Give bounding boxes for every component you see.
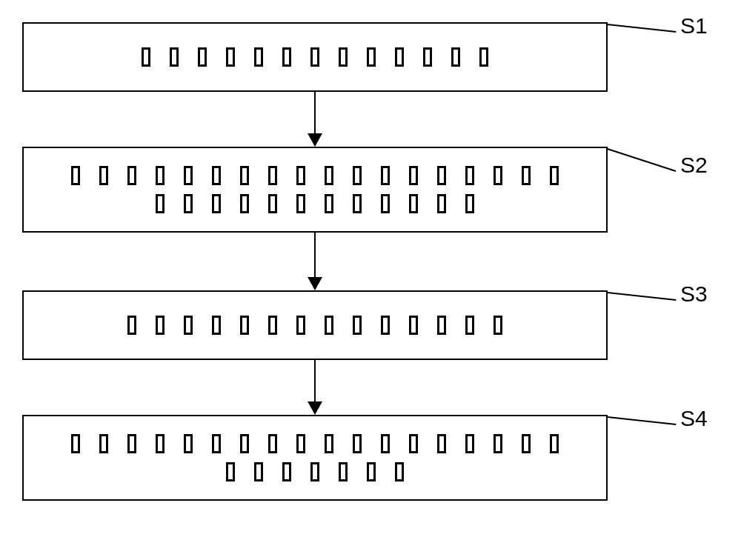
- glyph-placeholder: [395, 462, 404, 481]
- leader-line-s2: [607, 148, 676, 172]
- glyph-placeholder: [240, 316, 249, 335]
- leader-line-s3: [608, 292, 676, 301]
- glyph-placeholder: [282, 462, 291, 481]
- glyph-placeholder: [170, 47, 179, 67]
- glyph-placeholder: [142, 47, 150, 67]
- glyph-placeholder: [127, 434, 136, 453]
- glyph-placeholder: [240, 194, 249, 213]
- glyph-placeholder: [212, 434, 221, 453]
- glyph-placeholder: [367, 47, 376, 67]
- glyph-placeholder: [71, 434, 80, 453]
- glyph-placeholder: [465, 434, 474, 453]
- glyph-placeholder: [99, 434, 108, 453]
- glyph-placeholder: [325, 194, 333, 213]
- glyph-placeholder: [310, 462, 319, 481]
- glyph-placeholder: [465, 166, 474, 185]
- glyph-placeholder: [353, 194, 362, 213]
- glyph-placeholder: [494, 316, 502, 335]
- step-s2-row-2: [156, 194, 474, 213]
- step-s1-row-1: [142, 47, 488, 67]
- leader-line-s4: [608, 416, 676, 425]
- glyph-placeholder: [156, 194, 165, 213]
- glyph-placeholder: [156, 166, 165, 185]
- glyph-placeholder: [325, 166, 333, 185]
- glyph-placeholder: [282, 47, 291, 67]
- glyph-placeholder: [127, 316, 136, 335]
- glyph-placeholder: [226, 47, 235, 67]
- step-s3-row-1: [127, 316, 502, 335]
- step-box-s2: [22, 147, 608, 233]
- glyph-placeholder: [494, 166, 502, 185]
- arrow-s3-s4: [314, 360, 316, 401]
- glyph-placeholder: [156, 434, 165, 453]
- step-label-s1: S1: [680, 13, 708, 39]
- glyph-placeholder: [184, 434, 193, 453]
- step-box-s1: [22, 22, 608, 92]
- glyph-placeholder: [353, 434, 362, 453]
- glyph-placeholder: [494, 434, 502, 453]
- glyph-placeholder: [268, 434, 277, 453]
- glyph-placeholder: [254, 462, 263, 481]
- glyph-placeholder: [367, 462, 376, 481]
- glyph-placeholder: [353, 166, 362, 185]
- glyph-placeholder: [254, 47, 263, 67]
- step-s4-row-1: [71, 434, 559, 453]
- glyph-placeholder: [339, 47, 348, 67]
- step-box-s3: [22, 290, 608, 360]
- glyph-placeholder: [381, 434, 390, 453]
- glyph-placeholder: [381, 194, 390, 213]
- glyph-placeholder: [127, 166, 136, 185]
- arrow-s2-s3: [314, 233, 316, 277]
- leader-line-s1: [608, 24, 676, 33]
- glyph-placeholder: [184, 194, 193, 213]
- step-s2-row-1: [71, 166, 559, 185]
- glyph-placeholder: [99, 166, 108, 185]
- glyph-placeholder: [212, 194, 221, 213]
- arrow-s1-s2: [314, 92, 316, 133]
- glyph-placeholder: [409, 166, 418, 185]
- arrow-head-icon: [308, 133, 322, 147]
- glyph-placeholder: [550, 166, 559, 185]
- glyph-placeholder: [296, 194, 305, 213]
- glyph-placeholder: [395, 47, 404, 67]
- glyph-placeholder: [522, 434, 531, 453]
- step-box-s4: [22, 415, 608, 501]
- glyph-placeholder: [550, 434, 559, 453]
- glyph-placeholder: [381, 316, 390, 335]
- step-label-s3: S3: [680, 281, 708, 307]
- step-s4-row-2: [226, 462, 404, 481]
- glyph-placeholder: [479, 47, 488, 67]
- glyph-placeholder: [296, 166, 305, 185]
- flowchart-canvas: S1S2S3S4: [0, 0, 741, 560]
- glyph-placeholder: [522, 166, 531, 185]
- glyph-placeholder: [198, 47, 207, 67]
- glyph-placeholder: [268, 194, 277, 213]
- glyph-placeholder: [409, 194, 418, 213]
- glyph-placeholder: [212, 316, 221, 335]
- glyph-placeholder: [437, 194, 446, 213]
- glyph-placeholder: [465, 316, 474, 335]
- glyph-placeholder: [437, 316, 446, 335]
- step-label-s2: S2: [680, 153, 708, 178]
- glyph-placeholder: [296, 316, 305, 335]
- glyph-placeholder: [339, 462, 348, 481]
- glyph-placeholder: [296, 434, 305, 453]
- glyph-placeholder: [240, 434, 249, 453]
- step-label-s4: S4: [680, 406, 708, 431]
- glyph-placeholder: [437, 166, 446, 185]
- arrow-head-icon: [308, 277, 322, 290]
- glyph-placeholder: [353, 316, 362, 335]
- glyph-placeholder: [409, 434, 418, 453]
- glyph-placeholder: [437, 434, 446, 453]
- glyph-placeholder: [325, 316, 333, 335]
- glyph-placeholder: [71, 166, 80, 185]
- glyph-placeholder: [465, 194, 474, 213]
- glyph-placeholder: [184, 166, 193, 185]
- glyph-placeholder: [240, 166, 249, 185]
- glyph-placeholder: [451, 47, 460, 67]
- glyph-placeholder: [156, 316, 165, 335]
- glyph-placeholder: [381, 166, 390, 185]
- arrow-head-icon: [308, 401, 322, 415]
- glyph-placeholder: [268, 166, 277, 185]
- glyph-placeholder: [409, 316, 418, 335]
